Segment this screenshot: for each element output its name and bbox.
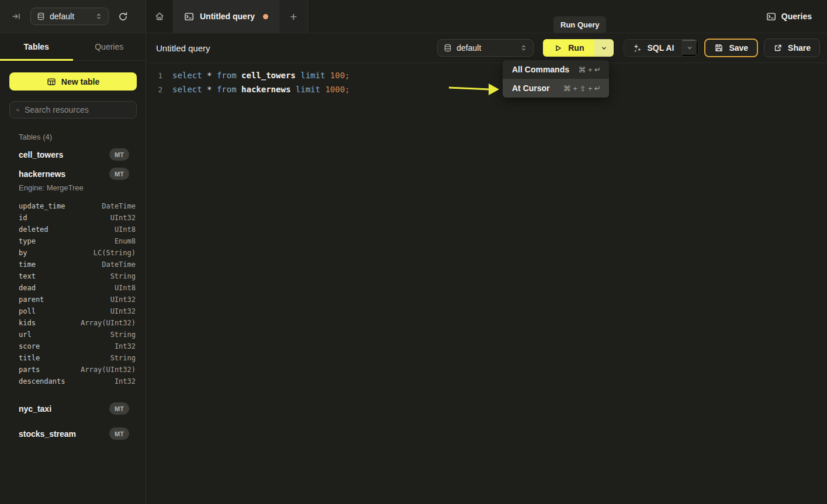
column-row: idUInt32 bbox=[0, 212, 146, 224]
query-toolbar: Untitled query default Run bbox=[146, 33, 827, 63]
toolbar-controls: default Run bbox=[437, 39, 820, 57]
tab-untitled-query[interactable]: Untitled query bbox=[174, 0, 279, 33]
column-type: UInt8 bbox=[115, 225, 136, 234]
refresh-button[interactable] bbox=[116, 9, 130, 24]
column-row: update_timeDateTime bbox=[0, 200, 146, 212]
app-window: default Untitled query + Queries bbox=[0, 0, 827, 504]
new-tab-button[interactable]: + bbox=[279, 0, 308, 33]
line-number: 2 bbox=[146, 85, 162, 94]
tab-bar-spacer bbox=[308, 0, 751, 33]
sidebar-collapse-icon bbox=[12, 12, 21, 21]
code-line: 1select * from cell_towers limit 100; bbox=[146, 68, 827, 82]
column-type: String bbox=[110, 272, 136, 280]
query-title: Untitled query bbox=[156, 43, 210, 53]
table-row[interactable]: hackernewsMT bbox=[0, 164, 146, 183]
column-name: title bbox=[19, 354, 40, 362]
run-options-menu: All Commands⌘ + ↵At Cursor⌘ + ⇧ + ↵ bbox=[503, 60, 609, 98]
column-name: time bbox=[19, 260, 36, 269]
refresh-icon bbox=[118, 12, 128, 22]
sidebar-tab-queries[interactable]: Queries bbox=[73, 33, 146, 60]
sql-ai-button[interactable]: SQL AI bbox=[624, 43, 682, 53]
menu-item-at-cursor[interactable]: At Cursor⌘ + ⇧ + ↵ bbox=[503, 79, 609, 98]
column-type: Int32 bbox=[115, 342, 136, 350]
database-select-value: default bbox=[456, 43, 515, 53]
table-name: nyc_taxi bbox=[19, 404, 51, 413]
share-icon bbox=[773, 43, 783, 53]
share-button[interactable]: Share bbox=[764, 39, 820, 57]
column-row: textString bbox=[0, 270, 146, 282]
sidebar-top-bar: default bbox=[0, 0, 146, 33]
tab-bar: Untitled query + Queries bbox=[146, 0, 827, 33]
menu-item-all-commands[interactable]: All Commands⌘ + ↵ bbox=[503, 60, 609, 79]
column-type: String bbox=[110, 354, 136, 362]
column-type: LC(String) bbox=[94, 249, 136, 257]
menu-item-shortcut: ⌘ + ⇧ + ↵ bbox=[563, 84, 601, 93]
tables-section-label: Tables (4) bbox=[0, 130, 146, 145]
column-name: kids bbox=[19, 319, 36, 327]
queries-button[interactable]: Queries bbox=[751, 0, 827, 33]
search-icon bbox=[16, 106, 20, 114]
database-icon bbox=[444, 44, 452, 52]
column-type: UInt32 bbox=[110, 296, 136, 304]
sidebar-tab-tables[interactable]: Tables bbox=[0, 33, 73, 60]
table-row[interactable]: nyc_taxiMT bbox=[0, 399, 146, 418]
run-query-tooltip: Run Query bbox=[553, 16, 606, 33]
column-name: by bbox=[19, 249, 27, 257]
database-icon bbox=[37, 12, 45, 20]
column-row: kidsArray(UInt32) bbox=[0, 317, 146, 329]
table-row[interactable]: cell_towersMT bbox=[0, 145, 146, 164]
column-name: dead bbox=[19, 284, 36, 292]
terminal-icon bbox=[766, 12, 776, 22]
column-row: parentUInt32 bbox=[0, 294, 146, 305]
home-button[interactable] bbox=[146, 0, 174, 33]
save-button[interactable]: Save bbox=[704, 39, 758, 57]
column-type: Enum8 bbox=[115, 237, 136, 245]
run-button[interactable]: Run bbox=[543, 39, 594, 57]
engine-badge: MT bbox=[109, 427, 129, 440]
column-type: UInt8 bbox=[115, 284, 136, 292]
share-button-label: Share bbox=[788, 43, 811, 53]
column-name: parts bbox=[19, 366, 40, 374]
chevron-updown-icon bbox=[95, 12, 102, 20]
table-row[interactable]: stocks_streamMT bbox=[0, 424, 146, 443]
tables-list: cell_towersMThackernewsMTEngine: MergeTr… bbox=[0, 145, 146, 443]
sql-editor[interactable]: 1select * from cell_towers limit 100;2se… bbox=[146, 63, 827, 504]
column-name: type bbox=[19, 237, 36, 245]
table-name: cell_towers bbox=[19, 150, 63, 159]
sql-ai-options-button[interactable] bbox=[682, 40, 698, 56]
sidebar-content: New table Tables (4) cell_towersMThacker… bbox=[0, 61, 146, 443]
table-name: hackernews bbox=[19, 169, 65, 179]
column-row: descendantsInt32 bbox=[0, 376, 146, 387]
column-name: update_time bbox=[19, 202, 65, 210]
column-type: Array(UInt32) bbox=[81, 366, 136, 374]
column-row: timeDateTime bbox=[0, 259, 146, 270]
column-name: poll bbox=[19, 307, 36, 315]
run-options-button[interactable] bbox=[594, 39, 614, 57]
database-select[interactable]: default bbox=[30, 8, 109, 25]
code-text: select * from cell_towers limit 100; bbox=[172, 71, 350, 80]
sidebar-tabs: TablesQueries bbox=[0, 33, 146, 61]
column-row: scoreInt32 bbox=[0, 340, 146, 352]
menu-item-label: All Commands bbox=[512, 65, 569, 74]
column-name: id bbox=[19, 214, 27, 222]
save-floppy-icon bbox=[714, 43, 724, 53]
menu-item-label: At Cursor bbox=[512, 84, 550, 93]
play-icon bbox=[553, 44, 562, 53]
database-select[interactable]: default bbox=[437, 39, 534, 57]
chevron-down-icon bbox=[686, 44, 693, 51]
search-box[interactable] bbox=[9, 101, 137, 119]
unsaved-dot bbox=[263, 14, 268, 19]
run-button-group: Run bbox=[543, 39, 614, 57]
new-table-button[interactable]: New table bbox=[9, 72, 137, 91]
column-row: typeEnum8 bbox=[0, 235, 146, 247]
tab-label: Untitled query bbox=[200, 12, 255, 21]
column-type: UInt32 bbox=[110, 307, 136, 315]
save-button-label: Save bbox=[729, 43, 748, 53]
table-grid-icon bbox=[47, 77, 56, 86]
column-type: Array(UInt32) bbox=[81, 319, 136, 327]
sql-ai-button-group: SQL AI bbox=[624, 39, 698, 57]
column-row: titleString bbox=[0, 352, 146, 364]
queries-button-label: Queries bbox=[781, 12, 812, 21]
collapse-sidebar-button[interactable] bbox=[9, 9, 23, 23]
search-input[interactable] bbox=[25, 105, 130, 114]
